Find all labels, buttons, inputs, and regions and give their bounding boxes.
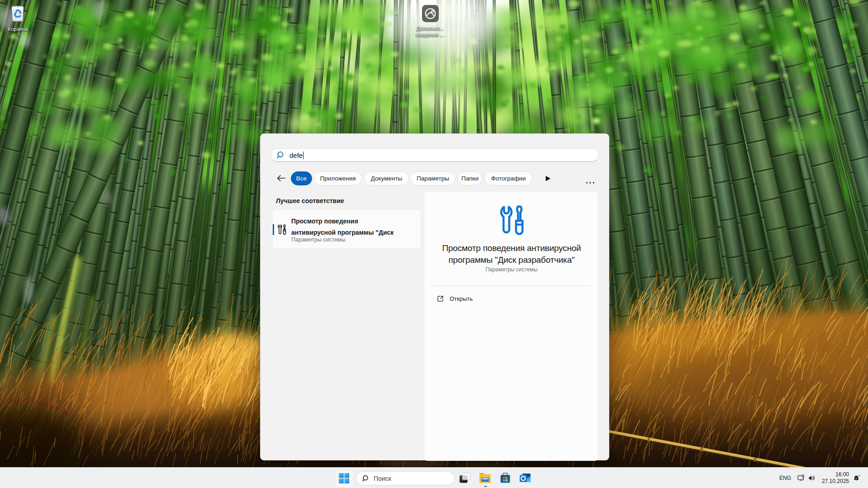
- svg-text:z: z: [855, 476, 857, 479]
- svg-text:z: z: [859, 474, 860, 477]
